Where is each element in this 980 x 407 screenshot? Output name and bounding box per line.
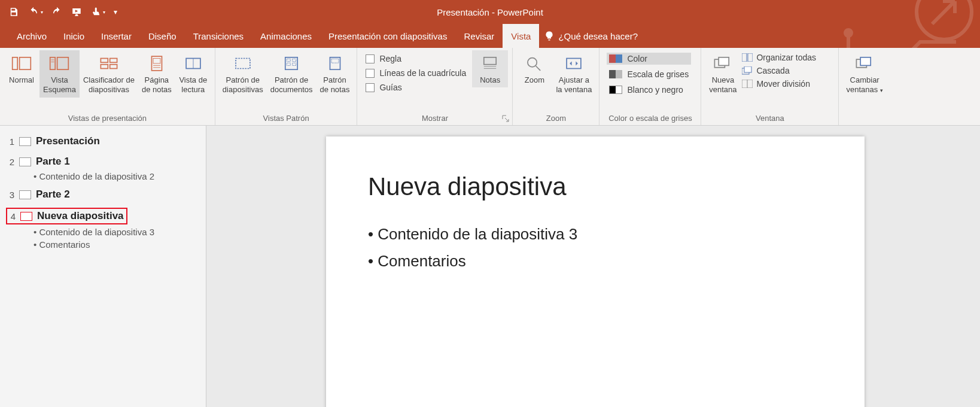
outline-item[interactable]: 1Presentación bbox=[6, 134, 200, 148]
tab-insertar[interactable]: Insertar bbox=[93, 24, 140, 48]
outline-bullet[interactable]: • Contenido de la diapositiva 2 bbox=[34, 171, 200, 181]
tab-transiciones[interactable]: Transiciones bbox=[185, 24, 252, 48]
split-icon bbox=[742, 80, 753, 88]
slide-body[interactable]: Contenido de la diapositiva 3 Comentario… bbox=[368, 225, 823, 271]
outline-item[interactable]: 2Parte 1 • Contenido de la diapositiva 2 bbox=[6, 154, 200, 181]
tab-revisar[interactable]: Revisar bbox=[455, 24, 503, 48]
notes-page-icon bbox=[147, 54, 167, 72]
notes-icon bbox=[480, 54, 500, 72]
notes-button[interactable]: Notas bbox=[472, 50, 508, 87]
svg-rect-3 bbox=[20, 57, 31, 69]
slide-bullet[interactable]: Contenido de la diapositiva 3 bbox=[368, 225, 823, 244]
outline-bullet[interactable]: • Contenido de la diapositiva 3 bbox=[34, 227, 200, 237]
save-button[interactable] bbox=[8, 7, 19, 17]
slide-master-icon bbox=[233, 54, 253, 72]
normal-icon bbox=[11, 54, 32, 72]
group-label-color: Color o escala de grises bbox=[599, 114, 701, 123]
handout-master-button[interactable]: Patrón de documentos bbox=[267, 50, 316, 98]
svg-rect-2 bbox=[13, 57, 18, 69]
group-label-show: Mostrar bbox=[357, 114, 512, 123]
svg-point-29 bbox=[528, 58, 537, 67]
qat-customize-button[interactable]: ▾ bbox=[114, 8, 117, 16]
outline-view-button[interactable]: Vista Esquema bbox=[39, 50, 80, 98]
svg-line-30 bbox=[536, 66, 541, 71]
svg-rect-34 bbox=[742, 53, 747, 62]
svg-rect-22 bbox=[287, 63, 290, 65]
cascade-icon bbox=[742, 66, 753, 75]
undo-button[interactable]: ▾ bbox=[28, 7, 43, 17]
guides-checkbox[interactable]: Guías bbox=[366, 83, 466, 92]
grayscale-option[interactable]: Escala de grises bbox=[607, 68, 691, 80]
tab-presentacion[interactable]: Presentación con diapositivas bbox=[320, 24, 455, 48]
reading-view-button[interactable]: Vista de lectura bbox=[175, 50, 211, 98]
sorter-icon bbox=[99, 54, 119, 72]
group-master-views: Patrón de diapositivas Patrón de documen… bbox=[215, 48, 358, 125]
ribbon: Normal Vista Esquema Clasificador de dia… bbox=[0, 48, 980, 126]
notes-master-icon bbox=[325, 54, 345, 72]
fit-window-button[interactable]: Ajustar a la ventana bbox=[552, 50, 595, 98]
slide-thumb-icon bbox=[19, 190, 31, 199]
reading-icon bbox=[183, 54, 203, 72]
slide-bullet[interactable]: Comentarios bbox=[368, 252, 823, 271]
workspace: 1Presentación 2Parte 1 • Contenido de la… bbox=[0, 126, 980, 407]
new-window-button[interactable]: Nueva ventana bbox=[705, 50, 741, 98]
notes-page-button[interactable]: Página de notas bbox=[138, 50, 175, 98]
group-label-master-views: Vistas Patrón bbox=[215, 114, 357, 123]
group-switch-windows: Cambiar ventanas ▾ bbox=[839, 48, 890, 125]
svg-rect-41 bbox=[860, 57, 871, 66]
notes-master-button[interactable]: Patrón de notas bbox=[316, 50, 354, 98]
group-label-presentation-views: Vistas de presentación bbox=[0, 114, 215, 123]
svg-rect-19 bbox=[285, 57, 297, 69]
slide-sorter-button[interactable]: Clasificador de diapositivas bbox=[80, 50, 138, 98]
tab-animaciones[interactable]: Animaciones bbox=[252, 24, 320, 48]
tab-inicio[interactable]: Inicio bbox=[55, 24, 93, 48]
svg-rect-26 bbox=[484, 57, 496, 65]
arrange-all-button[interactable]: Organizar todas bbox=[742, 53, 816, 62]
cascade-button[interactable]: Cascada bbox=[742, 66, 816, 75]
svg-rect-21 bbox=[293, 59, 296, 61]
tab-archivo[interactable]: Archivo bbox=[8, 24, 55, 48]
svg-rect-20 bbox=[287, 59, 290, 61]
slide-area[interactable]: Nueva diapositiva Contenido de la diapos… bbox=[206, 126, 980, 407]
tab-diseno[interactable]: Diseño bbox=[140, 24, 185, 48]
group-label-window: Ventana bbox=[701, 114, 838, 123]
slide-thumb-icon bbox=[19, 137, 31, 146]
slide-master-button[interactable]: Patrón de diapositivas bbox=[219, 50, 267, 98]
gridlines-checkbox[interactable]: Líneas de la cuadrícula bbox=[366, 68, 466, 78]
svg-rect-10 bbox=[101, 65, 108, 69]
handout-master-icon bbox=[281, 54, 302, 72]
svg-rect-35 bbox=[748, 53, 753, 62]
show-dialog-launcher[interactable] bbox=[501, 114, 510, 123]
group-color: Color Escala de grises Blanco y negro Co… bbox=[599, 48, 701, 125]
tell-me-search[interactable]: ¿Qué desea hacer? bbox=[544, 31, 638, 41]
slide-title[interactable]: Nueva diapositiva bbox=[368, 172, 823, 201]
group-window: Nueva ventana Organizar todas Cascada Mo… bbox=[701, 48, 839, 125]
normal-view-button[interactable]: Normal bbox=[4, 50, 39, 87]
bw-option[interactable]: Blanco y negro bbox=[607, 84, 691, 96]
ribbon-tabs: Archivo Inicio Insertar Diseño Transicio… bbox=[0, 24, 980, 48]
group-show: Regla Líneas de la cuadrícula Guías Nota… bbox=[357, 48, 513, 125]
redo-button[interactable] bbox=[51, 7, 62, 17]
arrange-icon bbox=[742, 53, 753, 62]
switch-windows-button[interactable]: Cambiar ventanas ▾ bbox=[842, 50, 886, 98]
outline-bullet[interactable]: • Comentarios bbox=[34, 239, 200, 250]
zoom-button[interactable]: Zoom bbox=[516, 50, 552, 87]
tab-vista[interactable]: Vista bbox=[503, 24, 539, 48]
svg-rect-8 bbox=[101, 59, 108, 63]
svg-rect-33 bbox=[719, 57, 729, 66]
move-split-button[interactable]: Mover división bbox=[742, 79, 816, 89]
group-label-zoom: Zoom bbox=[513, 114, 599, 123]
touch-mode-button[interactable]: ▾ bbox=[91, 7, 105, 17]
outline-item-selected[interactable]: 4Nueva diapositiva • Contenido de la dia… bbox=[6, 208, 200, 250]
outline-pane[interactable]: 1Presentación 2Parte 1 • Contenido de la… bbox=[0, 126, 206, 407]
slide-canvas[interactable]: Nueva diapositiva Contenido de la diapos… bbox=[326, 136, 865, 407]
start-slideshow-button[interactable] bbox=[71, 7, 83, 17]
svg-rect-37 bbox=[744, 66, 751, 72]
fit-icon bbox=[564, 54, 584, 72]
titlebar: ▾ ▾ ▾ Presentación - PowerPoint bbox=[0, 0, 980, 24]
svg-rect-31 bbox=[567, 59, 582, 69]
quick-access-toolbar: ▾ ▾ ▾ bbox=[0, 7, 117, 17]
ruler-checkbox[interactable]: Regla bbox=[366, 54, 466, 63]
outline-item[interactable]: 3Parte 2 bbox=[6, 187, 200, 202]
color-option[interactable]: Color bbox=[607, 53, 691, 65]
